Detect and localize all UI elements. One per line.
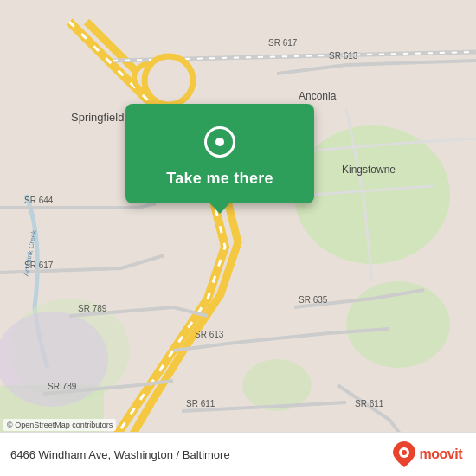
svg-text:SR 613: SR 613 — [329, 51, 358, 61]
moovit-logo: moovit — [393, 441, 462, 467]
map-attribution: © OpenStreetMap contributors — [3, 419, 116, 431]
moovit-pin-icon — [393, 441, 415, 467]
svg-text:SR 789: SR 789 — [78, 304, 107, 313]
bottom-info-bar: 6466 Windham Ave, Washington / Baltimore… — [0, 432, 476, 476]
svg-text:SR 611: SR 611 — [355, 399, 384, 408]
location-pin-icon — [201, 123, 239, 161]
svg-text:SR 613: SR 613 — [195, 330, 224, 339]
moovit-brand-text: moovit — [420, 447, 462, 462]
svg-text:Springfield: Springfield — [71, 111, 124, 124]
svg-text:SR 644: SR 644 — [24, 196, 54, 205]
svg-text:SR 611: SR 611 — [186, 399, 215, 408]
take-me-there-label: Take me there — [166, 170, 273, 188]
svg-text:SR 617: SR 617 — [268, 38, 298, 48]
svg-point-23 — [402, 450, 407, 455]
map-roads: SR 617 SR 613 SR 644 SR 617 SR 789 SR 78… — [0, 0, 476, 476]
address-label: 6466 Windham Ave, Washington / Baltimore — [10, 448, 230, 461]
svg-text:SR 789: SR 789 — [48, 382, 77, 391]
svg-text:Anconia: Anconia — [299, 90, 337, 102]
svg-text:Kingstowne: Kingstowne — [342, 164, 396, 176]
svg-text:SR 635: SR 635 — [299, 295, 328, 305]
map-container: SR 617 SR 613 SR 644 SR 617 SR 789 SR 78… — [0, 0, 476, 476]
take-me-there-popup[interactable]: Take me there — [125, 104, 314, 203]
svg-point-7 — [145, 56, 193, 105]
